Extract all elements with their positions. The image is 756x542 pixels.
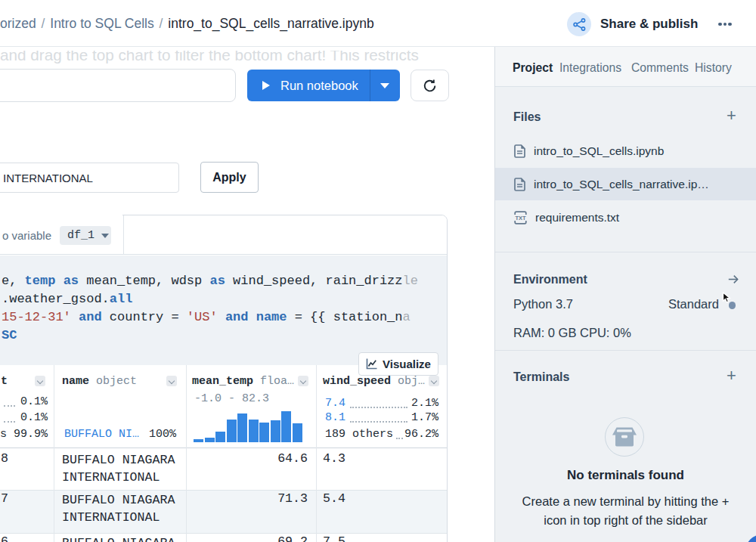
svg-text:TXT: TXT: [515, 215, 526, 221]
